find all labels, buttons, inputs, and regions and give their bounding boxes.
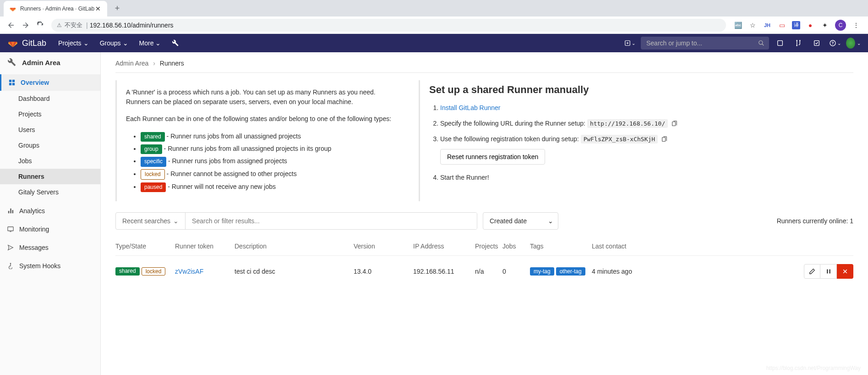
cell-type: shared locked: [115, 267, 175, 276]
tab-close-icon[interactable]: ✕: [94, 5, 102, 12]
online-count: Runners currently online: 1: [777, 217, 853, 225]
runner-token-link[interactable]: zVw2isAF: [175, 268, 203, 275]
breadcrumb-root[interactable]: Admin Area: [115, 60, 148, 67]
tab-bar: Runners · Admin Area · GitLab ✕ +: [0, 0, 868, 17]
svg-point-5: [796, 45, 797, 46]
filter-row: Recent searches ⌄ Created date⌄ Runners …: [115, 212, 853, 230]
info-row: A 'Runner' is a process which runs a job…: [115, 80, 853, 201]
gitlab-favicon: [9, 5, 16, 12]
not-secure-label: 不安全: [65, 21, 82, 29]
copy-token-icon[interactable]: [660, 135, 669, 144]
ext-shield-icon[interactable]: ▭: [777, 21, 786, 30]
nav-groups[interactable]: Groups ⌄: [95, 36, 133, 50]
breadcrumb-current: Runners: [160, 60, 184, 67]
breadcrumb-sep: ›: [153, 60, 155, 67]
th-proj: Projects: [475, 243, 502, 250]
setup-token: PwFlsZPX_zsB-xChSKjH: [581, 135, 658, 143]
user-avatar: [846, 38, 855, 49]
sidebar-overview[interactable]: Overview: [0, 74, 100, 91]
sidebar-title: Admin Area: [22, 59, 60, 66]
sidebar-item-groups[interactable]: Groups: [0, 138, 100, 153]
toolbar-icons: 🔤 ☆ JH ▭ 译 ● ✦ C ⋮: [730, 20, 864, 31]
sidebar-hooks[interactable]: System Hooks: [0, 257, 100, 275]
cell-jobs: 0: [502, 268, 530, 275]
header-right: ⌄ ? ⌄ ⌄: [622, 36, 861, 50]
search-input[interactable]: [641, 37, 769, 50]
sidebar-item-jobs[interactable]: Jobs: [0, 153, 100, 169]
new-tab-button[interactable]: +: [111, 2, 124, 15]
help-icon[interactable]: ? ⌄: [828, 36, 842, 50]
issues-icon[interactable]: [773, 36, 787, 50]
extensions-icon[interactable]: ✦: [820, 21, 830, 30]
sidebar-analytics[interactable]: Analytics: [0, 202, 100, 220]
edit-runner-button[interactable]: [804, 264, 820, 279]
th-desc: Description: [235, 243, 354, 250]
messages-icon: [7, 244, 14, 251]
delete-runner-button[interactable]: [837, 264, 853, 279]
gitlab-header: GitLab Projects ⌄ Groups ⌄ More ⌄ ⌄ ? ⌄ …: [0, 34, 868, 52]
search-wrap: [641, 37, 769, 50]
runner-tag: other-tag: [556, 267, 585, 276]
table-row: shared locked zVw2isAF test ci cd desc 1…: [115, 255, 853, 287]
sidebar-item-runners[interactable]: Runners: [0, 169, 100, 184]
search-icon[interactable]: [758, 40, 764, 46]
pause-runner-button[interactable]: [820, 264, 837, 279]
sidebar-messages[interactable]: Messages: [0, 238, 100, 257]
svg-rect-9: [9, 80, 11, 82]
brand-text: GitLab: [22, 39, 46, 48]
gitlab-logo[interactable]: GitLab: [7, 38, 46, 49]
tab-title: Runners · Admin Area · GitLab: [20, 6, 94, 12]
recent-searches-button[interactable]: Recent searches ⌄: [116, 213, 186, 229]
setup-title: Set up a shared Runner manually: [429, 84, 844, 96]
profile-avatar[interactable]: C: [835, 20, 846, 31]
badge-specific: specific: [141, 157, 166, 166]
cell-token: zVw2isAF: [175, 268, 235, 275]
translate-icon[interactable]: 🔤: [733, 21, 742, 30]
table-header: Type/State Runner token Description Vers…: [115, 237, 853, 255]
star-icon[interactable]: ☆: [748, 21, 757, 30]
url-bar[interactable]: ⚠ 不安全 | 192.168.56.10/admin/runners: [51, 19, 726, 32]
sidebar-item-dashboard[interactable]: Dashboard: [0, 91, 100, 106]
user-menu[interactable]: ⌄: [846, 36, 861, 50]
row-badge-locked: locked: [142, 267, 166, 276]
sidebar-monitoring[interactable]: Monitoring: [0, 220, 100, 238]
filter-input[interactable]: [186, 213, 477, 229]
svg-rect-18: [829, 269, 830, 273]
th-token: Runner token: [175, 243, 235, 250]
sidebar-item-gitaly[interactable]: Gitaly Servers: [0, 184, 100, 200]
forward-button[interactable]: [19, 19, 32, 32]
copy-url-icon[interactable]: [670, 119, 679, 128]
ext-trans-icon[interactable]: 译: [792, 21, 800, 29]
overview-icon: [9, 79, 15, 86]
merge-requests-icon[interactable]: [791, 36, 806, 50]
admin-wrench-icon[interactable]: [167, 36, 184, 50]
svg-rect-17: [827, 269, 828, 273]
menu-icon[interactable]: ⋮: [852, 21, 861, 30]
plus-dropdown[interactable]: ⌄: [622, 36, 637, 50]
row-badge-shared: shared: [115, 267, 140, 276]
info-badge-list: shared - Runner runs jobs from all unass…: [126, 131, 395, 192]
badge-shared: shared: [141, 132, 165, 142]
reload-button[interactable]: [34, 19, 47, 32]
install-runner-link[interactable]: Install GitLab Runner: [440, 104, 501, 111]
back-button[interactable]: [5, 19, 17, 32]
todos-icon[interactable]: [809, 36, 824, 50]
filter-group: Recent searches ⌄: [115, 212, 477, 230]
nav-projects[interactable]: Projects ⌄: [54, 36, 93, 50]
ext-rec-icon[interactable]: ●: [806, 21, 815, 30]
sort-select[interactable]: Created date⌄: [483, 212, 558, 230]
cell-last: 4 minutes ago: [592, 268, 656, 275]
ext-jh-icon[interactable]: JH: [763, 21, 772, 30]
sidebar-header[interactable]: Admin Area: [0, 52, 100, 72]
reset-token-button[interactable]: Reset runners registration token: [440, 149, 545, 165]
wrench-icon: [7, 58, 16, 67]
svg-rect-6: [814, 41, 819, 46]
browser-tab[interactable]: Runners · Admin Area · GitLab ✕: [4, 1, 107, 17]
sidebar-item-users[interactable]: Users: [0, 122, 100, 138]
nav-more[interactable]: More ⌄: [135, 36, 166, 50]
app-body: Admin Area Overview Dashboard Projects U…: [0, 52, 868, 375]
info-p2: Each Runner can be in one of the followi…: [126, 114, 395, 124]
svg-rect-10: [12, 80, 15, 82]
sidebar-item-projects[interactable]: Projects: [0, 106, 100, 122]
info-p1: A 'Runner' is a process which runs a job…: [126, 88, 395, 107]
